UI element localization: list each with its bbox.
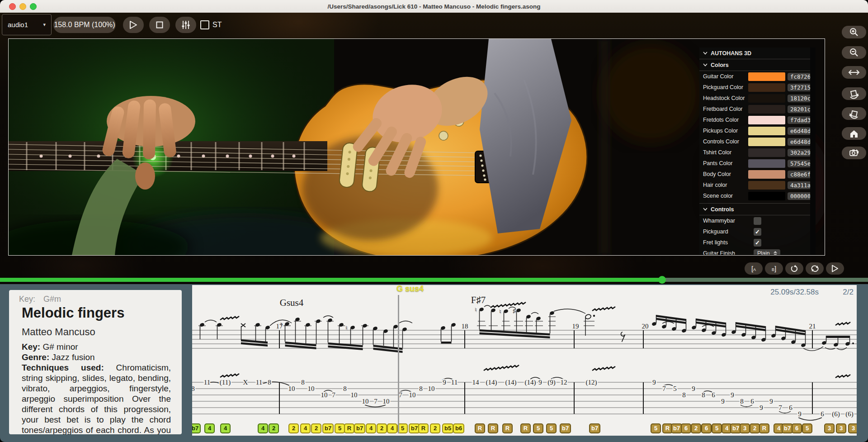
interval-badge[interactable]: 6 (792, 423, 802, 433)
control-checkbox[interactable]: ✓ (754, 228, 761, 236)
interval-badge[interactable]: b7 (322, 423, 334, 433)
home-view-button[interactable] (842, 127, 866, 140)
seek-bar[interactable] (0, 278, 868, 282)
reset-camera-button[interactable] (842, 147, 866, 159)
interval-badge[interactable]: 2 (691, 423, 701, 433)
control-checkbox[interactable]: ✓ (754, 239, 761, 247)
st-toggle[interactable]: ST (200, 17, 222, 33)
seek-thumb[interactable] (658, 276, 666, 284)
color-swatch[interactable] (748, 94, 785, 103)
color-hex-value[interactable]: 3f2715 (788, 84, 813, 91)
color-hex-value[interactable]: 302a29 (788, 149, 813, 157)
score-canvas[interactable]: ♮♮ ♮♮♯ (192, 285, 857, 436)
transport-play-button[interactable] (826, 262, 844, 275)
zoom-out-button[interactable] (842, 46, 866, 59)
restart-button[interactable] (785, 262, 803, 275)
interval-badge[interactable]: b7 (192, 423, 201, 433)
interval-badge[interactable]: 5 (712, 423, 722, 433)
color-swatch[interactable] (748, 116, 785, 124)
interval-badge[interactable]: 4 (387, 423, 397, 433)
playhead[interactable] (398, 295, 399, 433)
minimize-button[interactable] (19, 3, 26, 10)
interval-badge[interactable]: b7 (589, 423, 600, 433)
color-hex-value[interactable]: 4a311a (788, 181, 813, 189)
rotate-cw-button[interactable] (842, 87, 866, 100)
color-swatch[interactable] (748, 83, 785, 92)
interval-badge[interactable]: b5 (442, 423, 453, 433)
rotate-ccw-button[interactable] (842, 107, 866, 120)
color-hex-value[interactable]: 18120c (788, 95, 813, 102)
interval-badge[interactable]: 5 (546, 423, 557, 433)
interval-badge[interactable]: 2 (311, 423, 321, 433)
interval-badge[interactable]: R (418, 423, 429, 433)
interval-badge[interactable]: R (475, 423, 485, 433)
interval-badge[interactable]: R (759, 423, 769, 433)
loop-start-button[interactable]: [A (745, 262, 763, 275)
interval-badge[interactable]: 4 (300, 423, 311, 433)
st-checkbox[interactable] (200, 20, 209, 29)
panel-scrollbar[interactable] (810, 48, 816, 255)
panel-section-autohans[interactable]: AUTOHANS 3D (699, 48, 816, 59)
color-swatch[interactable] (748, 127, 785, 135)
color-hex-value[interactable]: e6d48d (788, 138, 813, 146)
color-swatch[interactable] (748, 170, 785, 179)
interval-badge[interactable]: 2 (269, 423, 279, 433)
color-hex-value[interactable]: 000000 (788, 192, 813, 200)
interval-badge[interactable]: 5 (651, 423, 661, 433)
control-checkbox[interactable] (754, 217, 761, 225)
panel-section-colors[interactable]: Colors (699, 59, 816, 71)
color-swatch[interactable] (748, 148, 785, 157)
color-swatch[interactable] (748, 138, 785, 146)
color-swatch[interactable] (748, 105, 785, 114)
interval-badge[interactable]: b6 (453, 423, 464, 433)
color-swatch[interactable] (748, 159, 785, 168)
interval-badge[interactable]: R (520, 423, 531, 433)
color-hex-value[interactable]: fc8726 (788, 73, 813, 81)
interval-badge[interactable]: 2 (288, 423, 299, 433)
interval-badge[interactable]: 6 (701, 423, 712, 433)
interval-badge[interactable]: 2 (377, 423, 387, 433)
interval-badge[interactable]: 2 (430, 423, 440, 433)
zoom-in-button[interactable] (842, 26, 866, 38)
color-hex-value[interactable]: e6d48d (788, 127, 813, 135)
fullscreen-button[interactable] (30, 3, 37, 10)
loop-end-button[interactable]: B] (765, 262, 783, 275)
interval-badge[interactable]: 3 (848, 423, 857, 433)
interval-badge[interactable]: 5 (335, 423, 345, 433)
interval-badge[interactable]: R (502, 423, 513, 433)
color-swatch[interactable] (748, 192, 785, 200)
interval-badge[interactable]: b7 (560, 423, 571, 433)
bpm-button[interactable]: 158.0 BPM (100%) (53, 17, 116, 33)
track-select[interactable]: audio1 ▾ (2, 14, 52, 35)
color-swatch[interactable] (748, 181, 785, 190)
color-hex-value[interactable]: c88e6f (788, 171, 813, 178)
interval-badge[interactable]: b7 (354, 423, 365, 433)
pan-horizontal-button[interactable] (842, 66, 866, 79)
close-button[interactable] (9, 3, 16, 10)
interval-badge[interactable]: 3 (740, 423, 750, 433)
color-swatch[interactable] (748, 72, 785, 81)
interval-badge[interactable]: 3 (836, 423, 846, 433)
interval-badge[interactable]: 4 (204, 423, 215, 433)
chevron-down-icon (703, 208, 708, 211)
interval-badge[interactable]: 2 (750, 423, 760, 433)
interval-badge[interactable]: 3 (824, 423, 835, 433)
interval-badge[interactable]: 4 (220, 423, 231, 433)
interval-badge[interactable]: 5 (802, 423, 812, 433)
loop-toggle-button[interactable] (806, 262, 824, 275)
interval-badge[interactable]: R (488, 423, 498, 433)
interval-badge[interactable]: 6 (681, 423, 691, 433)
score-panel[interactable]: ♮♮ ♮♮♯ (192, 285, 857, 436)
color-hex-value[interactable]: 57545e (788, 160, 813, 167)
interval-badge[interactable]: R (344, 423, 354, 433)
interval-badge[interactable]: 4 (258, 423, 268, 433)
interval-badge[interactable]: 4 (366, 423, 376, 433)
panel-section-controls[interactable]: Controls (699, 203, 816, 215)
interval-badge[interactable]: 5 (533, 423, 543, 433)
control-select[interactable]: Plain (754, 249, 780, 255)
stop-button[interactable] (149, 17, 170, 33)
color-hex-value[interactable]: f7dad3 (788, 116, 813, 124)
mixer-button[interactable] (175, 17, 196, 33)
play-button[interactable] (123, 17, 144, 33)
color-hex-value[interactable]: 28201c (788, 105, 813, 113)
